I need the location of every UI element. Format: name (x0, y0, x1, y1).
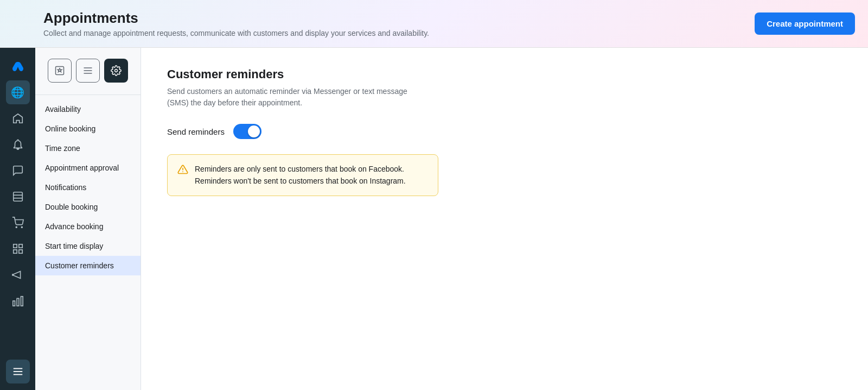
send-reminders-toggle[interactable] (233, 124, 261, 139)
svg-rect-6 (18, 244, 22, 248)
star-nav-icon[interactable] (48, 59, 72, 83)
svg-rect-8 (18, 250, 22, 253)
nav-item-customer-reminders[interactable]: Customer reminders (35, 256, 141, 275)
megaphone-icon[interactable] (6, 263, 30, 287)
warning-icon (177, 164, 188, 178)
nav-sidebar-icons (41, 59, 135, 86)
nav-sidebar-top (35, 54, 141, 95)
page-subtitle: Collect and manage appointment requests,… (43, 29, 429, 37)
header-title-area: Appointments Collect and manage appointm… (43, 10, 429, 37)
svg-rect-9 (12, 301, 15, 306)
svg-rect-7 (13, 250, 16, 253)
svg-rect-5 (13, 244, 16, 248)
send-reminders-label: Send reminders (167, 127, 225, 136)
nav-item-start-time-display[interactable]: Start time display (35, 236, 141, 256)
nav-item-appointment-approval[interactable]: Appointment approval (35, 158, 141, 178)
nav-menu: Availability Online booking Time zone Ap… (35, 99, 141, 275)
home-icon[interactable] (6, 106, 30, 130)
content-description: Send customers an automatic reminder via… (167, 86, 427, 109)
send-reminders-row: Send reminders (167, 124, 842, 139)
list-nav-icon[interactable] (76, 59, 100, 83)
create-appointment-button[interactable]: Create appointment (755, 12, 855, 35)
chart-icon[interactable] (6, 289, 30, 313)
content-area: Customer reminders Send customers an aut… (141, 48, 868, 390)
icon-sidebar: 🌐 (0, 48, 35, 390)
warning-box: Reminders are only sent to customers tha… (167, 154, 438, 196)
nav-item-advance-booking[interactable]: Advance booking (35, 217, 141, 236)
meta-logo-icon[interactable] (6, 54, 30, 78)
chat-icon[interactable] (6, 159, 30, 183)
nav-item-notifications[interactable]: Notifications (35, 178, 141, 197)
nav-sidebar: Availability Online booking Time zone Ap… (35, 48, 141, 390)
globe-icon[interactable]: 🌐 (6, 80, 30, 104)
cart-icon[interactable] (6, 211, 30, 235)
main-layout: 🌐 (0, 48, 868, 390)
page-header: Appointments Collect and manage appointm… (0, 0, 868, 48)
nav-item-time-zone[interactable]: Time zone (35, 139, 141, 158)
svg-point-19 (115, 70, 118, 72)
grid-icon[interactable] (6, 237, 30, 261)
svg-rect-0 (13, 192, 22, 202)
nav-item-availability[interactable]: Availability (35, 99, 141, 119)
toggle-thumb (248, 125, 260, 137)
svg-point-3 (16, 227, 17, 228)
bookmark-icon[interactable] (6, 185, 30, 209)
nav-item-online-booking[interactable]: Online booking (35, 119, 141, 139)
warning-text: Reminders are only sent to customers tha… (195, 163, 428, 187)
svg-rect-10 (17, 298, 19, 306)
settings-nav-icon[interactable] (104, 59, 128, 83)
content-title: Customer reminders (167, 67, 842, 81)
page-title: Appointments (43, 10, 429, 27)
menu-icon[interactable] (6, 360, 30, 383)
nav-item-double-booking[interactable]: Double booking (35, 197, 141, 217)
svg-rect-11 (21, 297, 23, 306)
svg-point-4 (21, 227, 22, 228)
bell-icon[interactable] (6, 133, 30, 156)
